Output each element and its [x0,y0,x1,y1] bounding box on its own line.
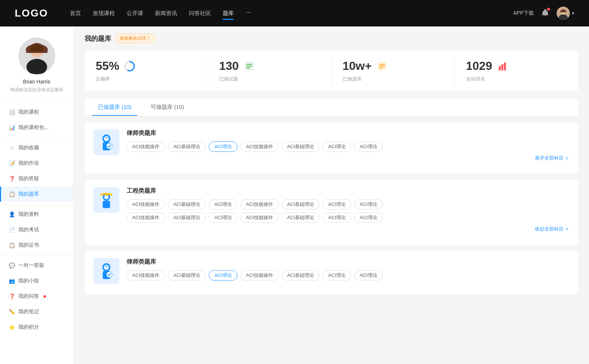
tag[interactable]: ACI基础理论 [282,199,320,210]
user-avatar-area[interactable]: ▾ [557,7,574,20]
tag[interactable]: ACI理论 [209,213,237,223]
homework-icon: 📝 [9,160,15,166]
list-green-icon [243,60,255,72]
svg-rect-18 [504,63,506,70]
sidebar-item-my-certificate[interactable]: 📋 我的证书 [0,238,73,253]
nav-open-course[interactable]: 公开课 [127,8,143,18]
stat-label: 正确率 [96,76,197,82]
sidebar-item-my-notes[interactable]: ✏️ 我的笔记 [0,304,73,320]
tag[interactable]: ACI理论 [322,270,351,281]
tag[interactable]: ACI理论 [354,199,383,210]
points-icon: ⭐ [9,324,15,330]
tag[interactable]: ACI理论 [354,142,383,152]
bank-title: 律师类题库 [127,258,569,266]
tag[interactable]: ACI基础理论 [168,199,206,210]
bank-title: 律师类题库 [127,129,569,137]
sidebar-item-my-course[interactable]: ⬜ 我的课程 [0,104,73,120]
sidebar-item-my-group[interactable]: 👥 我的小组 [0,273,73,289]
engineer-bank-icon [94,187,119,213]
nav-discover[interactable]: 发现课程 [93,8,115,18]
sidebar-item-label: 我的资料 [18,211,39,218]
stat-ranking: 1029 全站排名 [455,50,578,91]
nav-home[interactable]: 首页 [70,8,81,18]
tag[interactable]: ACI技能操作 [240,270,279,281]
tag[interactable]: ACI技能操作 [240,213,279,223]
bank-card-header: 律师类题库 ACI技能操作 ACI基础理论 ACI理论 ACI技能操作 ACI基… [94,129,569,161]
tag[interactable]: ACI技能操作 [127,142,165,152]
notification-bell[interactable] [541,8,549,18]
bank-card-engineer: 工程类题库 ACI技能操作 ACI基础理论 ACI理论 ACI技能操作 ACI基… [85,180,578,245]
sidebar-item-label: 我的考试 [18,226,39,233]
avatar [557,7,570,20]
bank-card-body: 律师类题库 ACI技能操作 ACI基础理论 ACI理论 ACI技能操作 ACI基… [127,129,569,161]
collapse-button[interactable]: 收起全部科目 ∧ [127,226,569,232]
tag[interactable]: ACI技能操作 [127,199,165,210]
nav-news[interactable]: 新闻资讯 [155,8,177,18]
stat-label: 已做试题 [219,76,320,82]
tab-done-banks[interactable]: 已做题库 (10) [92,99,137,116]
sidebar-item-label: 我的课程包... [18,124,49,131]
nav-bank[interactable]: 题库 [223,8,234,18]
profile-icon: 👤 [9,211,15,217]
stat-done-banks: 10w+ 已做题库 [332,50,455,91]
stat-top: 130 [219,59,320,73]
tag[interactable]: ACI基础理论 [168,142,206,152]
tag[interactable]: ACI基础理论 [168,213,206,223]
sidebar-item-my-answers[interactable]: ❓ 我的问答 [0,289,73,304]
tag[interactable]: ACI基础理论 [168,270,206,281]
tag[interactable]: ACI基础理论 [282,213,320,223]
tag[interactable]: ACI基础理论 [282,270,320,281]
tag[interactable]: ACI理论 [322,199,351,210]
navbar-right: APP下载 ▾ [513,7,574,20]
tag[interactable]: ACI理论 [209,199,237,210]
sidebar-item-my-profile[interactable]: 👤 我的资料 [0,207,73,222]
profile-name: Brian Harris [23,79,50,85]
menu-divider [0,138,73,138]
tag[interactable]: ACI技能操作 [127,270,165,281]
tag[interactable]: ACI理论 [354,270,383,281]
app-download-button[interactable]: APP下载 [513,10,534,17]
tag-active[interactable]: ACI理论 [209,270,237,281]
tag[interactable]: ACI基础理论 [282,142,320,152]
sidebar-item-label: 我的证书 [18,242,39,249]
svg-point-5 [27,59,47,74]
sidebar-item-my-points[interactable]: ⭐ 我的积分 [0,320,73,335]
nav-more[interactable]: ··· [246,8,251,18]
sidebar-item-my-course-package[interactable]: 📊 我的课程包... [0,120,73,135]
tags-row: ACI技能操作 ACI基础理论 ACI理论 ACI技能操作 ACI基础理论 AC… [127,270,569,281]
profile-motto: 错误的决定比没有决定要好 [10,87,63,93]
tag[interactable]: ACI理论 [322,142,351,152]
question-icon: ❓ [9,176,15,182]
tags-row-2-wrapper: ACI技能操作 ACI基础理论 ACI理论 ACI技能操作 ACI基础理论 AC… [127,213,569,223]
stat-label: 全站排名 [466,76,567,82]
main-content: 我的题库 体验剩余23天！ 55% 正确率 13 [74,26,589,364]
bank-title: 工程类题库 [127,187,569,195]
logo[interactable]: LOGO [15,7,48,19]
stat-done-questions: 130 已做试题 [208,50,331,91]
tags-row: ACI技能操作 ACI基础理论 ACI理论 ACI技能操作 ACI基础理论 AC… [127,142,569,152]
sidebar-item-label: 一对一答疑 [18,262,44,269]
list-orange-icon [376,60,388,72]
main-layout: Brian Harris 错误的决定比没有决定要好 ⬜ 我的课程 📊 我的课程包… [0,26,589,364]
svg-rect-11 [246,68,250,68]
tag[interactable]: ACI技能操作 [127,213,165,223]
tag[interactable]: ACI理论 [322,213,351,223]
tag[interactable]: ACI技能操作 [240,199,279,210]
sidebar-item-label: 我的收藏 [18,144,39,151]
sidebar-item-one-on-one[interactable]: 💬 一对一答疑 [0,258,73,273]
sidebar-item-my-exam[interactable]: 📄 我的考试 [0,222,73,238]
bank-card-header: 工程类题库 ACI技能操作 ACI基础理论 ACI理论 ACI技能操作 ACI基… [94,187,569,232]
sidebar-item-my-homework[interactable]: 📝 我的作业 [0,156,73,171]
sidebar-item-my-favorites[interactable]: ☆ 我的收藏 [0,140,73,156]
tag[interactable]: ACI技能操作 [240,142,279,152]
stat-value: 55% [96,59,119,73]
tag-active[interactable]: ACI理论 [209,142,237,152]
tag[interactable]: ACI理论 [354,213,383,223]
sidebar-item-my-bank[interactable]: 📋 我的题库 [0,186,73,202]
nav-qa[interactable]: 问答社区 [189,8,211,18]
stat-top: 55% [96,59,197,73]
expand-button[interactable]: 展开全部科目 ∨ [127,155,569,161]
tab-available-banks[interactable]: 可做题库 (10) [145,99,190,116]
stat-top: 10w+ [343,59,444,73]
sidebar-item-my-questions[interactable]: ❓ 我的答疑 [0,171,73,186]
